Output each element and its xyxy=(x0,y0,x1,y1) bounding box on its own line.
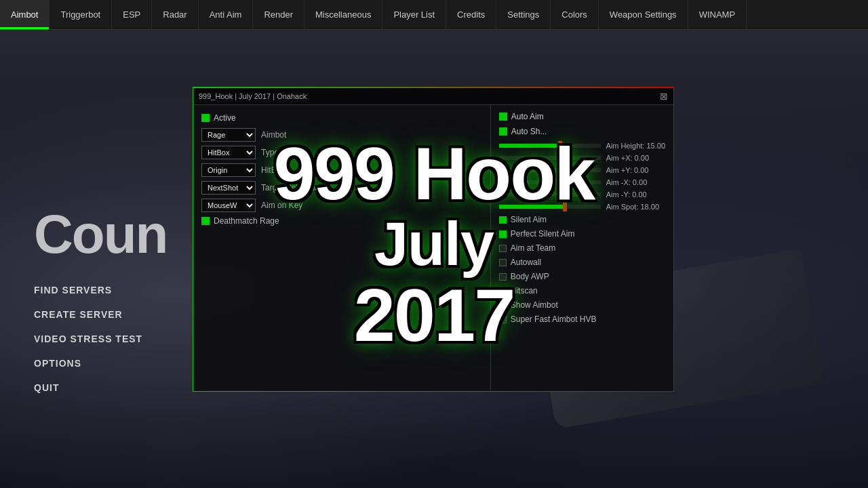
type-dropdown[interactable]: HitBox xyxy=(201,146,256,159)
aim-spot-slider-row: Aim Spot: 18.00 xyxy=(499,203,665,211)
tab-triggerbot[interactable]: Triggerbot xyxy=(50,0,112,29)
panel-content: Active Rage Aimbot HitBox Type Origin Hi xyxy=(193,105,673,390)
silent-aim-row: Silent Aim xyxy=(499,215,665,224)
panel-title-text: 999_Hook | July 2017 | Onahack xyxy=(199,92,307,100)
aimkey-dropdown-row: MouseW Aim on Key xyxy=(201,199,482,212)
tab-render[interactable]: Render xyxy=(253,0,304,29)
hitbox-dropdown-row: Origin HitBox xyxy=(201,163,482,177)
right-column: Auto Aim Auto Sh... Aim Height: 15.00 Ai… xyxy=(491,105,673,390)
aim-minusy-slider-row: Aim -Y: 0.00 xyxy=(499,190,665,199)
perfect-silent-aim-label: Perfect Silent Aim xyxy=(511,229,575,239)
show-aimbot-checkbox[interactable] xyxy=(499,302,507,309)
tab-anti-aim[interactable]: Anti Aim xyxy=(199,0,254,29)
aim-plusy-track[interactable] xyxy=(499,168,601,172)
perfect-silent-aim-checkbox[interactable] xyxy=(499,230,507,238)
body-awp-row: Body AWP xyxy=(499,272,665,281)
auto-aim-row: Auto Aim xyxy=(499,112,665,121)
aim-spot-thumb xyxy=(563,202,567,211)
autowall-row: Autowall xyxy=(499,258,665,267)
aim-height-slider-row: Aim Height: 15.00 xyxy=(499,142,665,150)
target-dropdown-row: NextShot Target Selection xyxy=(201,181,482,195)
bg-menu-item: CREATE SERVER xyxy=(34,309,142,320)
super-fast-aimbot-label: Super Fast Aimbot HVB xyxy=(511,314,597,324)
bg-game-title: Coun xyxy=(34,203,167,266)
bg-menu: FIND SERVERS CREATE SERVER VIDEO STRESS … xyxy=(34,285,142,407)
panel-title-bar: 999_Hook | July 2017 | Onahack ⊠ xyxy=(193,88,673,105)
super-fast-aimbot-row: Super Fast Aimbot HVB xyxy=(499,314,665,324)
aim-at-team-label: Aim at Team xyxy=(511,243,555,253)
type-dropdown-row: HitBox Type xyxy=(201,146,482,159)
autowall-label: Autowall xyxy=(511,258,541,267)
hitscan-label: Hitscan xyxy=(511,286,538,296)
aim-height-value: Aim Height: 15.00 xyxy=(606,142,665,150)
left-column: Active Rage Aimbot HitBox Type Origin Hi xyxy=(193,105,491,390)
active-checkbox-row: Active xyxy=(201,113,482,123)
aim-minusy-value: Aim -Y: 0.00 xyxy=(606,190,647,199)
auto-aim-label: Auto Aim xyxy=(511,112,544,121)
deathmatch-label: Deathmatch Rage xyxy=(214,216,279,226)
bg-menu-item: FIND SERVERS xyxy=(34,285,142,296)
silent-aim-checkbox[interactable] xyxy=(499,216,507,224)
auto-sh-checkbox[interactable] xyxy=(499,127,507,136)
aim-minusx-fill xyxy=(499,180,505,184)
tab-miscellaneous[interactable]: Miscellaneous xyxy=(304,0,382,29)
panel-close-button[interactable]: ⊠ xyxy=(660,91,668,102)
bg-menu-item: QUIT xyxy=(34,382,142,393)
aim-plusy-slider-row: Aim +Y: 0.00 xyxy=(499,166,665,174)
aim-minusy-track[interactable] xyxy=(499,192,601,197)
tab-credits[interactable]: Credits xyxy=(446,0,496,29)
bg-menu-item: OPTIONS xyxy=(34,358,142,369)
aim-plusy-value: Aim +Y: 0.00 xyxy=(606,166,649,174)
aimkey-dropdown[interactable]: MouseW xyxy=(201,199,256,212)
aim-minusx-slider-row: Aim -X: 0.00 xyxy=(499,178,665,186)
aimbot-dropdown[interactable]: Rage xyxy=(201,128,256,142)
target-dropdown[interactable]: NextShot xyxy=(201,181,256,195)
nav-bar: Aimbot Triggerbot ESP Radar Anti Aim Ren… xyxy=(0,0,868,30)
deathmatch-row: Deathmatch Rage xyxy=(201,216,482,226)
aim-plusx-track[interactable] xyxy=(499,156,601,160)
autowall-checkbox[interactable] xyxy=(499,259,507,266)
aim-spot-track[interactable] xyxy=(499,205,601,209)
super-fast-aimbot-checkbox[interactable] xyxy=(499,316,507,323)
deathmatch-checkbox[interactable] xyxy=(201,217,210,225)
body-awp-checkbox[interactable] xyxy=(499,273,507,281)
bg-menu-item: VIDEO STRESS TEST xyxy=(34,333,142,344)
aim-at-team-checkbox[interactable] xyxy=(499,245,507,252)
body-awp-label: Body AWP xyxy=(511,272,549,281)
show-aimbot-label: Show Aimbot xyxy=(511,300,558,310)
active-label: Active xyxy=(214,113,236,123)
tab-radar[interactable]: Radar xyxy=(152,0,198,29)
aim-height-track[interactable] xyxy=(499,144,601,148)
aim-height-thumb xyxy=(558,141,562,150)
target-label: Target Selection xyxy=(261,183,319,192)
tab-weapon-settings[interactable]: Weapon Settings xyxy=(599,0,688,29)
auto-sh-label: Auto Sh... xyxy=(511,127,547,136)
tab-esp[interactable]: ESP xyxy=(112,0,152,29)
active-checkbox[interactable] xyxy=(201,114,210,122)
tab-player-list[interactable]: Player List xyxy=(382,0,446,29)
tab-aimbot[interactable]: Aimbot xyxy=(0,0,50,29)
aim-minusx-track[interactable] xyxy=(499,180,601,184)
aim-spot-value: Aim Spot: 18.00 xyxy=(606,203,659,211)
tab-settings[interactable]: Settings xyxy=(496,0,551,29)
auto-sh-row: Auto Sh... xyxy=(499,127,665,136)
aimbot-label: Aimbot xyxy=(261,130,286,140)
hitbox-label: HitBox xyxy=(261,165,285,175)
tab-colors[interactable]: Colors xyxy=(551,0,599,29)
aim-plusx-value: Aim +X: 0.00 xyxy=(606,154,649,162)
aim-minusx-value: Aim -X: 0.00 xyxy=(606,178,648,186)
aim-spot-fill xyxy=(499,205,566,209)
auto-aim-checkbox[interactable] xyxy=(499,113,507,121)
tab-winamp[interactable]: WINAMP xyxy=(688,0,747,29)
aim-height-fill xyxy=(499,144,560,148)
hitbox-dropdown[interactable]: Origin xyxy=(201,163,256,177)
perfect-silent-aim-row: Perfect Silent Aim xyxy=(499,229,665,239)
silent-aim-label: Silent Aim xyxy=(511,215,547,224)
show-aimbot-row: Show Aimbot xyxy=(499,300,665,310)
aimkey-label: Aim on Key xyxy=(261,201,302,210)
hitscan-checkbox[interactable] xyxy=(499,287,507,295)
aim-plusx-slider-row: Aim +X: 0.00 xyxy=(499,154,665,162)
aim-at-team-row: Aim at Team xyxy=(499,243,665,253)
hitscan-row: Hitscan xyxy=(499,286,665,296)
aimbot-dropdown-row: Rage Aimbot xyxy=(201,128,482,142)
